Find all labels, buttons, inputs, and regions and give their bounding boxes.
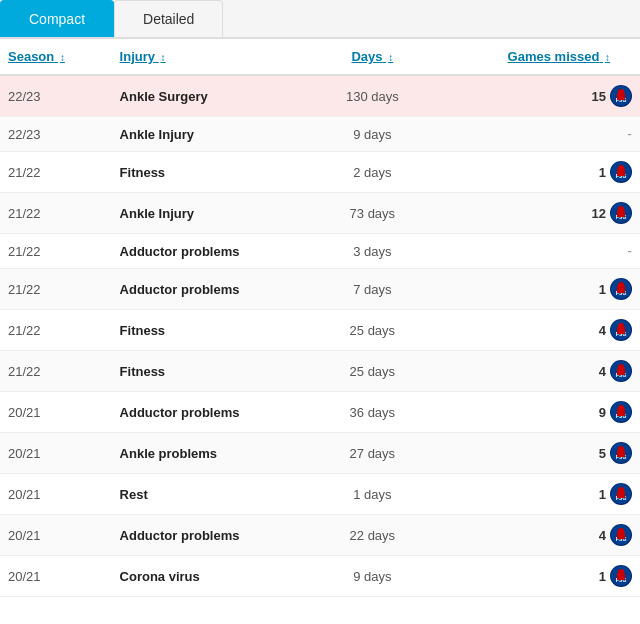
tab-detailed[interactable]: Detailed bbox=[114, 0, 223, 37]
injury-cell: Ankle Surgery bbox=[112, 75, 320, 117]
injury-cell: Ankle Injury bbox=[112, 193, 320, 234]
games-cell: 9 PSG bbox=[425, 392, 640, 433]
table-row: 20/21Rest1 days1 PSG bbox=[0, 474, 640, 515]
games-cell: 4 PSG bbox=[425, 515, 640, 556]
games-number: 9 bbox=[599, 405, 606, 420]
svg-rect-33 bbox=[618, 487, 624, 494]
injury-cell: Ankle Injury bbox=[112, 117, 320, 152]
season-cell: 21/22 bbox=[0, 351, 112, 392]
psg-badge-icon: PSG bbox=[610, 360, 632, 382]
table-row: 21/22Adductor problems3 days- bbox=[0, 234, 640, 269]
table-row: 21/22Fitness2 days1 PSG bbox=[0, 152, 640, 193]
psg-badge-icon: PSG bbox=[610, 278, 632, 300]
season-cell: 21/22 bbox=[0, 310, 112, 351]
injury-cell: Ankle problems bbox=[112, 433, 320, 474]
svg-text:PSG: PSG bbox=[616, 290, 627, 296]
psg-badge-icon: PSG bbox=[610, 202, 632, 224]
tab-compact[interactable]: Compact bbox=[0, 0, 114, 37]
injury-cell: Fitness bbox=[112, 152, 320, 193]
svg-rect-14 bbox=[618, 287, 624, 292]
season-cell: 20/21 bbox=[0, 515, 112, 556]
psg-badge-icon: PSG bbox=[610, 483, 632, 505]
injury-cell: Rest bbox=[112, 474, 320, 515]
svg-rect-41 bbox=[618, 569, 624, 576]
svg-rect-22 bbox=[618, 369, 624, 374]
games-number: 12 bbox=[592, 206, 606, 221]
days-cell: 1 days bbox=[320, 474, 425, 515]
games-dash: - bbox=[627, 243, 632, 259]
svg-text:PSG: PSG bbox=[616, 577, 627, 583]
table-row: 22/23Ankle Injury9 days- bbox=[0, 117, 640, 152]
days-cell: 9 days bbox=[320, 556, 425, 597]
psg-badge-icon: PSG bbox=[610, 85, 632, 107]
svg-rect-10 bbox=[618, 211, 624, 216]
injury-column-header[interactable]: Injury ↕ bbox=[112, 39, 320, 75]
games-number: 1 bbox=[599, 165, 606, 180]
games-number: 5 bbox=[599, 446, 606, 461]
injury-cell: Fitness bbox=[112, 310, 320, 351]
days-cell: 25 days bbox=[320, 310, 425, 351]
svg-rect-5 bbox=[618, 165, 624, 172]
season-cell: 21/22 bbox=[0, 234, 112, 269]
psg-badge-icon: PSG bbox=[610, 319, 632, 341]
injury-cell: Corona virus bbox=[112, 556, 320, 597]
season-cell: 21/22 bbox=[0, 152, 112, 193]
games-cell: 1 PSG bbox=[425, 269, 640, 310]
svg-rect-6 bbox=[618, 170, 624, 175]
table-row: 21/22Fitness25 days4 PSG bbox=[0, 351, 640, 392]
table-row: 22/23Ankle Surgery130 days15 PSG bbox=[0, 75, 640, 117]
days-cell: 27 days bbox=[320, 433, 425, 474]
games-dash: - bbox=[627, 126, 632, 142]
svg-rect-1 bbox=[618, 89, 624, 96]
svg-rect-9 bbox=[618, 206, 624, 213]
svg-text:PSG: PSG bbox=[616, 536, 627, 542]
psg-badge-icon: PSG bbox=[610, 565, 632, 587]
table-header-row: Season ↕ Injury ↕ Days ↕ Games missed ↕ bbox=[0, 39, 640, 75]
svg-text:PSG: PSG bbox=[616, 214, 627, 220]
svg-rect-42 bbox=[618, 574, 624, 579]
season-cell: 21/22 bbox=[0, 269, 112, 310]
games-cell: - bbox=[425, 234, 640, 269]
games-cell: 5 PSG bbox=[425, 433, 640, 474]
table-row: 20/21Corona virus9 days1 PSG bbox=[0, 556, 640, 597]
games-number: 4 bbox=[599, 323, 606, 338]
svg-text:PSG: PSG bbox=[616, 331, 627, 337]
svg-rect-34 bbox=[618, 492, 624, 497]
table-row: 20/21Ankle problems27 days5 PSG bbox=[0, 433, 640, 474]
injury-cell: Adductor problems bbox=[112, 515, 320, 556]
season-cell: 21/22 bbox=[0, 193, 112, 234]
svg-text:PSG: PSG bbox=[616, 495, 627, 501]
table-row: 21/22Ankle Injury73 days12 PSG bbox=[0, 193, 640, 234]
injury-cell: Fitness bbox=[112, 351, 320, 392]
games-cell: 15 PSG bbox=[425, 75, 640, 117]
svg-text:PSG: PSG bbox=[616, 97, 627, 103]
svg-rect-29 bbox=[618, 446, 624, 453]
svg-rect-38 bbox=[618, 533, 624, 538]
games-number: 15 bbox=[592, 89, 606, 104]
svg-rect-21 bbox=[618, 364, 624, 371]
games-column-header[interactable]: Games missed ↕ bbox=[425, 39, 640, 75]
season-cell: 22/23 bbox=[0, 117, 112, 152]
days-column-header[interactable]: Days ↕ bbox=[320, 39, 425, 75]
psg-badge-icon: PSG bbox=[610, 524, 632, 546]
season-sort-icon: ↕ bbox=[60, 52, 65, 63]
svg-text:PSG: PSG bbox=[616, 372, 627, 378]
season-column-header[interactable]: Season ↕ bbox=[0, 39, 112, 75]
svg-rect-30 bbox=[618, 451, 624, 456]
injury-cell: Adductor problems bbox=[112, 269, 320, 310]
svg-text:PSG: PSG bbox=[616, 413, 627, 419]
games-cell: - bbox=[425, 117, 640, 152]
psg-badge-icon: PSG bbox=[610, 442, 632, 464]
table-row: 20/21Adductor problems36 days9 PSG bbox=[0, 392, 640, 433]
games-number: 1 bbox=[599, 569, 606, 584]
svg-text:PSG: PSG bbox=[616, 173, 627, 179]
season-cell: 20/21 bbox=[0, 433, 112, 474]
season-cell: 22/23 bbox=[0, 75, 112, 117]
days-cell: 3 days bbox=[320, 234, 425, 269]
games-cell: 12 PSG bbox=[425, 193, 640, 234]
days-cell: 73 days bbox=[320, 193, 425, 234]
tabs-container: Compact Detailed bbox=[0, 0, 640, 39]
days-cell: 9 days bbox=[320, 117, 425, 152]
table-row: 21/22Fitness25 days4 PSG bbox=[0, 310, 640, 351]
svg-rect-13 bbox=[618, 282, 624, 289]
